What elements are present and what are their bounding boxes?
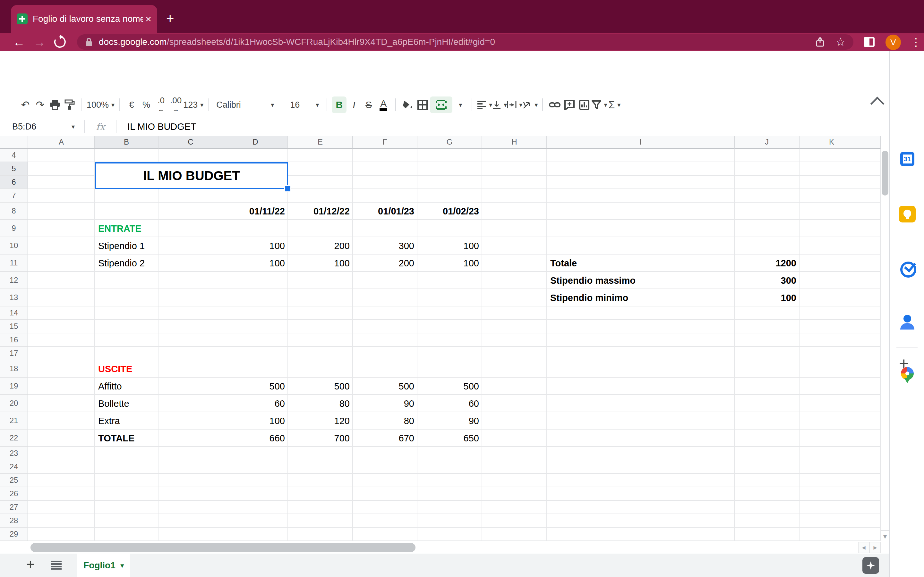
cell-B10[interactable]: Stipendio 1 — [95, 237, 158, 255]
cell-G22[interactable]: 650 — [417, 430, 482, 447]
row-header-25[interactable]: 25 — [0, 474, 28, 487]
cell-D19[interactable]: 500 — [223, 378, 288, 395]
browser-tab[interactable]: Foglio di lavoro senza nome - F × — [11, 5, 157, 33]
column-header-H[interactable]: H — [482, 136, 547, 149]
row-header-24[interactable]: 24 — [0, 460, 28, 474]
redo-icon[interactable]: ↷ — [33, 97, 47, 113]
horizontal-align-icon[interactable]: ▾ — [477, 97, 492, 113]
cell-J12[interactable]: 300 — [735, 272, 800, 289]
print-icon[interactable] — [47, 97, 62, 113]
back-icon[interactable]: ← — [11, 33, 27, 51]
row-header-4[interactable]: 4 — [0, 149, 28, 162]
italic-button[interactable]: I — [347, 97, 361, 113]
cell-B18[interactable]: USCITE — [95, 360, 158, 378]
text-wrap-icon[interactable]: ▾ — [507, 97, 522, 113]
column-header-K[interactable]: K — [800, 136, 864, 149]
insert-link-icon[interactable] — [548, 97, 562, 113]
column-header-F[interactable]: F — [353, 136, 417, 149]
cell-B22[interactable]: TOTALE — [95, 430, 158, 447]
row-header-23[interactable]: 23 — [0, 447, 28, 460]
cell-F20[interactable]: 90 — [353, 395, 417, 412]
cell-J13[interactable]: 100 — [735, 289, 800, 306]
paint-format-icon[interactable] — [62, 97, 77, 113]
text-color-button[interactable]: A — [376, 97, 391, 113]
cell-E22[interactable]: 700 — [288, 430, 353, 447]
grid-corner[interactable] — [0, 136, 28, 149]
row-header-8[interactable]: 8 — [0, 203, 28, 220]
scroll-down-icon[interactable]: ▾ — [881, 530, 889, 542]
cell-E10[interactable]: 200 — [288, 237, 353, 255]
column-header-J[interactable]: J — [735, 136, 800, 149]
google-keep-icon[interactable] — [899, 206, 916, 222]
spreadsheet-grid[interactable]: ABCDEFGHIJK45678910111213141516171819202… — [0, 136, 881, 554]
functions-menu[interactable]: Σ▾ — [607, 97, 622, 113]
cell-G11[interactable]: 100 — [417, 255, 482, 272]
cell-F22[interactable]: 670 — [353, 430, 417, 447]
column-header-G[interactable]: G — [417, 136, 482, 149]
cell-D8[interactable]: 01/11/22 — [223, 203, 288, 220]
explore-button[interactable] — [863, 557, 879, 574]
filter-icon[interactable]: ▾ — [591, 97, 607, 113]
browser-menu-icon[interactable]: ⋮ — [911, 33, 921, 51]
fill-handle[interactable] — [284, 185, 291, 192]
browser-avatar[interactable]: V — [885, 35, 901, 50]
row-header-15[interactable]: 15 — [0, 320, 28, 334]
forward-icon[interactable]: → — [31, 33, 47, 51]
column-header-A[interactable]: A — [28, 136, 95, 149]
cell-G20[interactable]: 60 — [417, 395, 482, 412]
column-header-C[interactable]: C — [158, 136, 223, 149]
row-header-20[interactable]: 20 — [0, 395, 28, 412]
cell-I12[interactable]: Stipendio massimo — [547, 272, 735, 289]
scroll-left-icon[interactable]: ◂ — [858, 542, 869, 553]
cell-G19[interactable]: 500 — [417, 378, 482, 395]
google-tasks-icon[interactable] — [899, 260, 916, 277]
cell-I11[interactable]: Totale — [547, 255, 735, 272]
cell-E8[interactable]: 01/12/22 — [288, 203, 353, 220]
cell-G8[interactable]: 01/02/23 — [417, 203, 482, 220]
cell-E11[interactable]: 100 — [288, 255, 353, 272]
vertical-scrollbar-track[interactable] — [881, 136, 889, 554]
row-header-28[interactable]: 28 — [0, 514, 28, 528]
name-box[interactable]: B5:D6 — [0, 122, 71, 132]
cell-D21[interactable]: 100 — [223, 412, 288, 430]
cell-B11[interactable]: Stipendio 2 — [95, 255, 158, 272]
text-rotation-icon[interactable]: ▾ — [522, 97, 538, 113]
row-header-10[interactable]: 10 — [0, 237, 28, 255]
row-header-27[interactable]: 27 — [0, 501, 28, 514]
cell-B19[interactable]: Affitto — [95, 378, 158, 395]
cell-B20[interactable]: Bollette — [95, 395, 158, 412]
row-header-18[interactable]: 18 — [0, 360, 28, 378]
cell-F8[interactable]: 01/01/23 — [353, 203, 417, 220]
tab-close-icon[interactable]: × — [145, 13, 152, 25]
row-header-17[interactable]: 17 — [0, 347, 28, 360]
google-calendar-icon[interactable]: 31 — [899, 151, 916, 167]
row-header-9[interactable]: 9 — [0, 220, 28, 237]
cell-G10[interactable]: 100 — [417, 237, 482, 255]
format-percent-icon[interactable]: % — [139, 97, 153, 113]
vertical-scrollbar-thumb[interactable] — [882, 151, 888, 195]
column-header-E[interactable]: E — [288, 136, 353, 149]
increase-decimal-icon[interactable]: .00→ — [168, 97, 183, 113]
cell-E19[interactable]: 500 — [288, 378, 353, 395]
new-tab-button[interactable]: + — [166, 13, 174, 24]
all-sheets-icon[interactable] — [51, 561, 61, 570]
row-header-19[interactable]: 19 — [0, 378, 28, 395]
name-box-caret-icon[interactable]: ▾ — [71, 123, 75, 131]
google-contacts-icon[interactable] — [899, 314, 916, 330]
row-header-14[interactable]: 14 — [0, 306, 28, 320]
row-header-22[interactable]: 22 — [0, 430, 28, 447]
cell-D11[interactable]: 100 — [223, 255, 288, 272]
cell-B21[interactable]: Extra — [95, 412, 158, 430]
cell-F11[interactable]: 200 — [353, 255, 417, 272]
add-addon-icon[interactable]: + — [899, 354, 909, 373]
cell-D22[interactable]: 660 — [223, 430, 288, 447]
row-header-6[interactable]: 6 — [0, 176, 28, 189]
selection-box[interactable] — [95, 162, 288, 189]
reload-icon[interactable] — [52, 34, 68, 50]
format-currency-icon[interactable]: € — [124, 97, 139, 113]
cell-F10[interactable]: 300 — [353, 237, 417, 255]
merge-cells-button[interactable] — [430, 97, 452, 113]
cell-G21[interactable]: 90 — [417, 412, 482, 430]
row-header-5[interactable]: 5 — [0, 162, 28, 176]
sheet-tab-foglio1[interactable]: Foglio1 ▾ — [77, 554, 130, 577]
